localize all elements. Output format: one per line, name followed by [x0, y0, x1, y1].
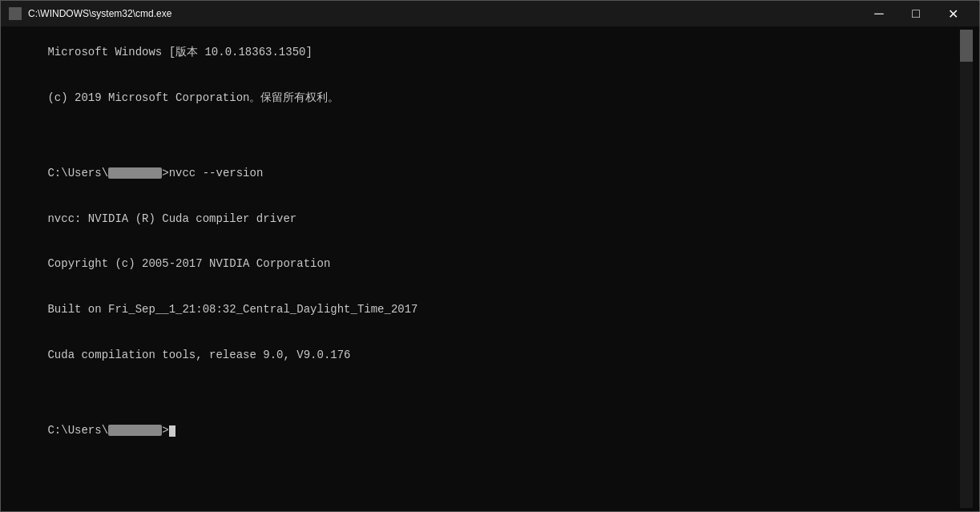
- prompt-prefix-2: C:\Users\: [47, 424, 108, 437]
- cmd-window: C:\WINDOWS\system32\cmd.exe ─ □ ✕ Micros…: [0, 0, 980, 512]
- line-windows-version: Microsoft Windows [版本 10.0.18363.1350]: [47, 46, 312, 58]
- window-title: C:\WINDOWS\system32\cmd.exe: [28, 8, 861, 19]
- scrollbar-thumb[interactable]: [960, 30, 973, 62]
- line-built-on: Built on Fri_Sep__1_21:08:32_Central_Day…: [47, 303, 417, 316]
- svg-rect-2: [10, 14, 14, 19]
- prompt-prefix: C:\Users\: [47, 167, 108, 179]
- line-copyright: (c) 2019 Microsoft Corporation。保留所有权利。: [47, 91, 339, 104]
- username-redacted: [108, 167, 162, 179]
- titlebar: C:\WINDOWS\system32\cmd.exe ─ □ ✕: [1, 1, 979, 26]
- terminal-output: Microsoft Windows [版本 10.0.18363.1350] (…: [7, 30, 960, 508]
- svg-rect-0: [10, 8, 14, 13]
- scrollbar[interactable]: [960, 30, 973, 508]
- prompt-arrow: >: [162, 424, 168, 437]
- line-nvcc: nvcc: NVIDIA (R) Cuda compiler driver: [47, 212, 296, 225]
- cursor: [169, 425, 175, 437]
- close-button[interactable]: ✕: [934, 1, 971, 26]
- terminal-body[interactable]: Microsoft Windows [版本 10.0.18363.1350] (…: [1, 26, 979, 511]
- maximize-button[interactable]: □: [897, 1, 934, 26]
- line-copyright-nvidia: Copyright (c) 2005-2017 NVIDIA Corporati…: [47, 257, 330, 270]
- line-cuda-tools: Cuda compilation tools, release 9.0, V9.…: [47, 349, 350, 361]
- svg-rect-1: [16, 8, 21, 13]
- window-icon: [9, 7, 22, 20]
- line-command: C:\Users\ >nvcc --version: [47, 167, 263, 179]
- minimize-button[interactable]: ─: [861, 1, 897, 26]
- svg-rect-3: [16, 14, 21, 19]
- line-prompt: C:\Users\ >: [47, 424, 175, 437]
- command-text: >nvcc --version: [162, 167, 263, 179]
- window-controls: ─ □ ✕: [861, 1, 971, 26]
- username-redacted-2: [108, 425, 162, 436]
